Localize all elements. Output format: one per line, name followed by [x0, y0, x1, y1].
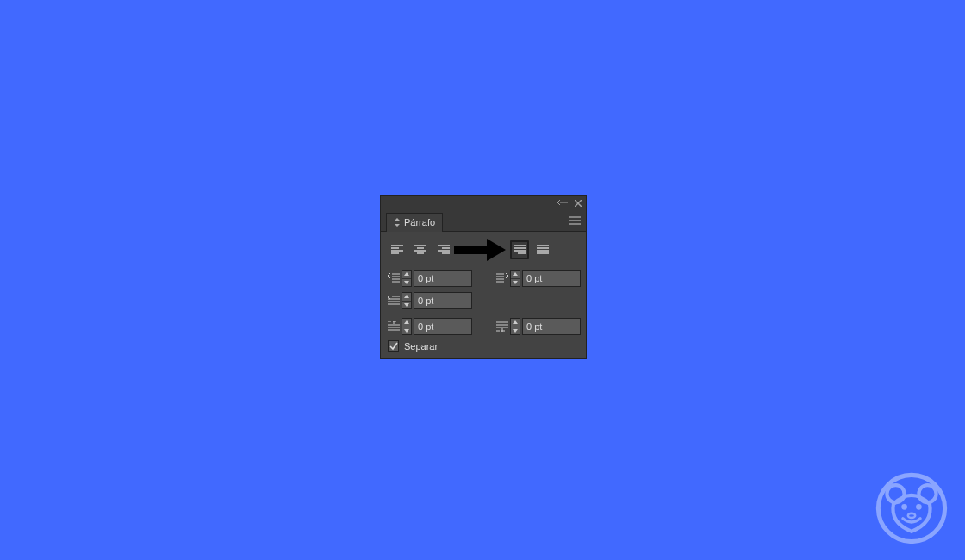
alignment-row: [388, 239, 579, 261]
spacing-row: 0 pt 0 pt: [388, 318, 579, 335]
svg-point-5: [916, 504, 922, 510]
callout-arrow: [454, 239, 506, 261]
tab-paragraph[interactable]: Párrafo: [386, 213, 443, 232]
svg-rect-0: [454, 246, 489, 254]
indent-firstline-input[interactable]: 0 pt: [414, 292, 472, 309]
svg-point-6: [908, 513, 915, 518]
hyphenate-checkbox[interactable]: [388, 340, 399, 352]
svg-point-4: [901, 504, 907, 510]
justify-all-button[interactable]: [533, 240, 552, 259]
indent-firstline-icon: [388, 295, 400, 307]
space-after-field: 0 pt: [496, 318, 581, 335]
align-right-button[interactable]: [434, 240, 453, 259]
space-after-stepper[interactable]: [510, 318, 520, 335]
indent-row-2: 0 pt: [388, 292, 579, 309]
indent-firstline-field: 0 pt: [388, 292, 472, 309]
paragraph-panel: Párrafo: [380, 195, 587, 359]
tab-header: Párrafo: [381, 209, 586, 232]
align-left-button[interactable]: [388, 240, 407, 259]
indent-left-icon: [388, 272, 400, 284]
hyphenate-label: Separar: [404, 341, 438, 352]
space-before-stepper[interactable]: [402, 318, 412, 335]
indent-right-field: 0 pt: [496, 270, 581, 287]
indent-row-1: 0 pt 0 pt: [388, 270, 579, 287]
justify-last-right-button[interactable]: [510, 240, 529, 259]
hyphenate-row: Separar: [388, 340, 579, 352]
close-icon[interactable]: [575, 195, 582, 210]
indent-left-stepper[interactable]: [402, 270, 412, 287]
panel-content: 0 pt 0 pt: [381, 232, 586, 358]
align-center-button[interactable]: [411, 240, 430, 259]
indent-left-input[interactable]: 0 pt: [414, 270, 472, 287]
monkey-logo: [875, 472, 948, 544]
expand-collapse-icon: [394, 218, 401, 227]
indent-right-stepper[interactable]: [510, 270, 520, 287]
space-after-icon: [496, 320, 508, 333]
indent-right-icon: [496, 272, 508, 284]
space-after-input[interactable]: 0 pt: [522, 318, 581, 335]
space-before-icon: [388, 320, 400, 333]
indent-right-input[interactable]: 0 pt: [522, 270, 581, 287]
space-before-field: 0 pt: [388, 318, 472, 335]
indent-firstline-stepper[interactable]: [402, 292, 412, 309]
collapse-icon[interactable]: [557, 195, 568, 210]
space-before-input[interactable]: 0 pt: [414, 318, 472, 335]
tab-label: Párrafo: [404, 217, 435, 227]
panel-titlebar: [381, 196, 586, 209]
indent-left-field: 0 pt: [388, 270, 472, 287]
panel-menu-icon[interactable]: [569, 213, 581, 228]
